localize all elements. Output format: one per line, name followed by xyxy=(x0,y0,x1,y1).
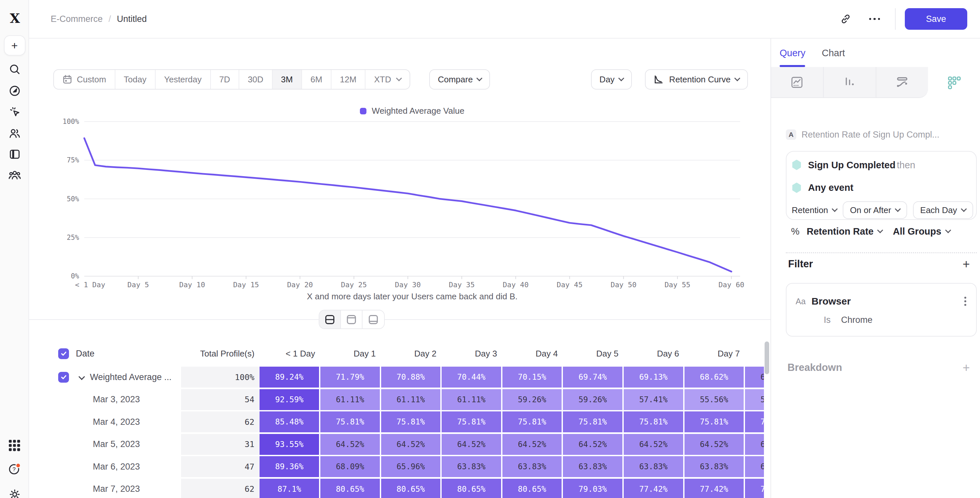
retention-cell[interactable]: 63.83% xyxy=(503,456,563,477)
retention-cell[interactable]: 92.59% xyxy=(259,389,320,410)
retention-cell[interactable]: 75.81% xyxy=(563,411,624,432)
retention-cell[interactable]: 75.81% xyxy=(624,411,684,432)
retention-cell[interactable]: 64.52% xyxy=(745,434,764,455)
retention-cell[interactable]: 80.65% xyxy=(442,479,503,498)
select-all-checkbox[interactable] xyxy=(58,348,69,359)
create-new-button[interactable]: + xyxy=(0,35,29,56)
measure-dropdown[interactable]: Retention Rate xyxy=(807,226,874,237)
explore-icon[interactable] xyxy=(0,84,29,97)
retention-cell[interactable]: 65.96% xyxy=(381,456,442,477)
tab-chart[interactable]: Chart xyxy=(822,48,845,61)
view-toggle-chart-only-view[interactable] xyxy=(341,310,363,328)
viz-tab-funnels[interactable] xyxy=(824,67,877,98)
retention-cell[interactable]: 55.56% xyxy=(745,389,764,410)
retention-cell[interactable]: 64.52% xyxy=(442,434,503,455)
retention-cell[interactable]: 71.79% xyxy=(320,367,381,388)
range-custom[interactable]: Custom xyxy=(54,70,115,89)
help-icon[interactable]: ? xyxy=(0,462,29,476)
apps-grid-icon[interactable] xyxy=(0,440,29,452)
retention-cell[interactable]: 89.24% xyxy=(259,367,320,388)
retention-cell[interactable]: 55.56% xyxy=(684,389,745,410)
save-button[interactable]: Save xyxy=(905,8,967,30)
retention-cell[interactable]: 59.26% xyxy=(503,389,563,410)
retention-cell[interactable]: 63.83% xyxy=(624,456,684,477)
retention-cell[interactable]: 75.81% xyxy=(381,411,442,432)
retention-cell[interactable]: 80.65% xyxy=(503,479,563,498)
viz-tab-insights[interactable] xyxy=(771,67,824,98)
viz-tab-flows[interactable] xyxy=(877,67,928,98)
retention-cell[interactable]: 75.81% xyxy=(442,411,503,432)
granularity-dropdown[interactable]: Day xyxy=(591,69,632,89)
retention-cell[interactable]: 80.65% xyxy=(320,479,381,498)
retention-cell[interactable]: 64.52% xyxy=(563,434,624,455)
search-icon[interactable] xyxy=(0,63,29,75)
settings-icon[interactable] xyxy=(0,488,29,498)
compare-button[interactable]: Compare xyxy=(429,69,490,89)
retention-cell[interactable]: 93.55% xyxy=(259,434,320,455)
query-title[interactable]: Retention Rate of Sign Up Compl... xyxy=(802,130,939,140)
cohorts-icon[interactable] xyxy=(0,169,29,181)
retention-cell[interactable]: 68.30% xyxy=(745,367,764,388)
event-first[interactable]: Sign Up Completed xyxy=(808,160,895,170)
retention-cell[interactable]: 69.13% xyxy=(624,367,684,388)
filter-menu-icon[interactable] xyxy=(963,295,968,308)
retention-cell[interactable]: 70.88% xyxy=(381,367,442,388)
retention-cell[interactable]: 89.36% xyxy=(259,456,320,477)
retention-cell[interactable]: 61.11% xyxy=(381,389,442,410)
retention-cell[interactable]: 68.09% xyxy=(320,456,381,477)
retention-cell[interactable]: 64.52% xyxy=(381,434,442,455)
add-breakdown-button[interactable]: + xyxy=(963,361,970,374)
retention-cell[interactable]: 75.81% xyxy=(684,411,745,432)
vertical-scrollbar[interactable] xyxy=(765,342,769,374)
filter-property[interactable]: Browser xyxy=(811,296,851,307)
retention-cell[interactable]: 79.03% xyxy=(563,479,624,498)
retention-cell[interactable]: 87.1% xyxy=(259,479,320,498)
boards-icon[interactable] xyxy=(0,148,29,161)
retention-cell[interactable]: 64.52% xyxy=(684,434,745,455)
add-filter-button[interactable]: + xyxy=(963,258,970,270)
breadcrumb-report-title[interactable]: Untitled xyxy=(117,14,147,24)
retention-cell[interactable]: 75.81% xyxy=(320,411,381,432)
range-12m[interactable]: 12M xyxy=(331,70,366,89)
range-7d[interactable]: 7D xyxy=(211,70,239,89)
more-options-icon[interactable] xyxy=(869,18,880,20)
expand-chevron-icon[interactable] xyxy=(78,374,85,380)
retention-cell[interactable]: 63.83% xyxy=(745,456,764,477)
retention-cell[interactable]: 75.81% xyxy=(745,479,764,498)
retention-cell[interactable]: 68.62% xyxy=(684,367,745,388)
breadcrumb-project[interactable]: E-Commerce xyxy=(51,14,103,24)
tab-query[interactable]: Query xyxy=(780,48,805,61)
range-yesterday[interactable]: Yesterday xyxy=(156,70,211,89)
range-xtd[interactable]: XTD xyxy=(366,70,410,89)
retention-cell[interactable]: 61.11% xyxy=(442,389,503,410)
chart-type-dropdown[interactable]: Retention Curve xyxy=(645,69,748,89)
retention-cell[interactable]: 61.11% xyxy=(320,389,381,410)
retention-cell[interactable]: 70.15% xyxy=(503,367,563,388)
retention-curve-chart[interactable]: 0%25%50%75%100%< 1 DayDay 5Day 10Day 15D… xyxy=(83,121,741,298)
retention-mode-dropdown[interactable]: Retention xyxy=(792,205,837,215)
viz-tab-retention[interactable] xyxy=(928,67,980,98)
retention-cell[interactable]: 75.81% xyxy=(503,411,563,432)
retention-cell[interactable]: 77.42% xyxy=(684,479,745,498)
interval-dropdown[interactable]: Each Day xyxy=(913,201,973,219)
event-return[interactable]: Any event xyxy=(808,182,853,193)
filter-card[interactable]: Aa Browser Is Chrome xyxy=(786,283,977,337)
filter-operator[interactable]: Is xyxy=(824,315,830,325)
retention-cell[interactable]: 57.41% xyxy=(624,389,684,410)
retention-cell[interactable]: 63.83% xyxy=(563,456,624,477)
share-link-icon[interactable] xyxy=(837,10,855,28)
retention-cell[interactable]: 64.52% xyxy=(320,434,381,455)
groups-dropdown[interactable]: All Groups xyxy=(893,226,941,237)
retention-cell[interactable]: 63.83% xyxy=(442,456,503,477)
range-today[interactable]: Today xyxy=(115,70,156,89)
retention-cell[interactable]: 59.26% xyxy=(563,389,624,410)
retention-cell[interactable]: 74.19% xyxy=(745,411,764,432)
range-6m[interactable]: 6M xyxy=(302,70,331,89)
retention-cell[interactable]: 70.44% xyxy=(442,367,503,388)
users-icon[interactable] xyxy=(0,127,29,140)
retention-cell[interactable]: 69.74% xyxy=(563,367,624,388)
retention-cell[interactable]: 64.52% xyxy=(503,434,563,455)
filter-value[interactable]: Chrome xyxy=(841,315,872,325)
range-30d[interactable]: 30D xyxy=(239,70,273,89)
retention-cell[interactable]: 85.48% xyxy=(259,411,320,432)
